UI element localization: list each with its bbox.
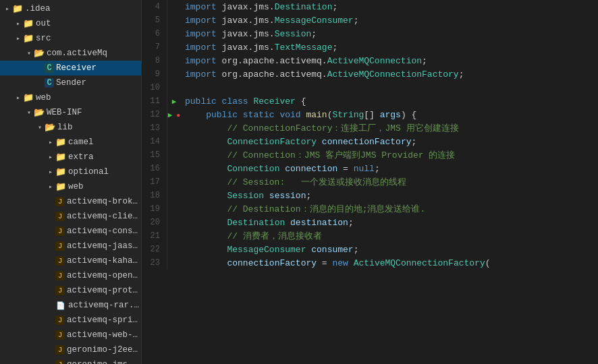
code-content: public class Receiver { <box>181 94 598 108</box>
code-content: Session session; <box>181 189 598 202</box>
sidebar-item-src[interactable]: ▸📁src <box>0 31 141 46</box>
sidebar-item-idea[interactable]: ▸📁.idea <box>0 1 141 16</box>
sidebar-item-extra[interactable]: ▸📁extra <box>0 150 141 164</box>
code-line: 13 // ConnectionFactory：连接工厂，JMS 用它创建连接 <box>142 121 598 135</box>
sidebar-item-Receiver[interactable]: CReceiver <box>0 61 141 75</box>
item-label: src <box>36 34 51 43</box>
sidebar-item-geronimo-j2ee[interactable]: Jgeronimo-j2ee-m <box>0 342 141 357</box>
sidebar-item-activemq-spring[interactable]: Jactivemq-spring- <box>0 313 141 328</box>
jar-icon: J <box>55 271 65 280</box>
code-content: Destination destination; <box>181 216 598 229</box>
no-arrow <box>46 360 55 364</box>
sidebar-item-activemq-jaas[interactable]: Jactivemq-jaas-5.1 <box>0 239 141 253</box>
code-token <box>185 218 227 228</box>
folder-icon: 📁 <box>55 152 66 162</box>
code-token: // Destination：消息的目的地;消息发送给谁. <box>185 204 425 214</box>
code-line: 20 Destination destination; <box>142 216 598 229</box>
code-token: ; <box>311 29 317 39</box>
item-label: geronimo-jms-1. <box>67 360 141 364</box>
folder-icon: 📁 <box>23 92 34 103</box>
line-gutter: ▶ <box>167 94 181 108</box>
code-token: ; <box>422 56 427 66</box>
sidebar-item-activemq-kahadb[interactable]: Jactivemq-kahadb <box>0 253 141 268</box>
line-number: 11 <box>142 94 167 108</box>
code-token: javax.jms. <box>222 16 275 26</box>
sidebar-item-geronimo-jms[interactable]: Jgeronimo-jms-1. <box>0 357 141 364</box>
item-label: extra <box>68 152 94 162</box>
code-token: ; <box>306 191 311 201</box>
code-token: import <box>185 29 222 39</box>
sidebar-item-web2[interactable]: ▸📁web <box>0 179 141 194</box>
sidebar-item-com-activemq[interactable]: ▾📂com.activeMq <box>0 46 141 61</box>
sidebar-item-web[interactable]: ▸📁web <box>0 90 141 105</box>
sidebar-item-activemq-rar[interactable]: 📄activemq-rar.txt <box>0 298 141 313</box>
folder-arrow: ▸ <box>13 93 23 102</box>
code-token: Destination <box>275 2 333 12</box>
jar-icon: J <box>55 360 65 364</box>
line-gutter <box>167 148 181 162</box>
folder-arrow: ▸ <box>46 182 55 191</box>
folder-arrow: ▸ <box>46 138 55 147</box>
line-gutter <box>167 175 181 189</box>
line-gutter <box>167 135 181 148</box>
line-gutter <box>167 81 181 94</box>
code-line: 17 // Session: 一个发送或接收消息的线程 <box>142 175 598 189</box>
item-label: activemq-protob <box>67 286 141 295</box>
code-token: javax.jms. <box>222 29 275 39</box>
code-token: ; <box>332 42 337 53</box>
code-token: ActiveMQConnectionFactory <box>327 69 459 80</box>
sidebar-item-lib[interactable]: ▾📂lib <box>0 120 141 135</box>
sidebar-item-camel[interactable]: ▸📁camel <box>0 135 141 150</box>
no-arrow <box>46 301 55 310</box>
java-icon: C <box>45 78 54 88</box>
line-number: 10 <box>142 81 167 94</box>
code-line: 6import javax.jms.Session; <box>142 27 598 40</box>
code-line: 18 Session session; <box>142 189 598 202</box>
folder-icon: 📁 <box>23 18 34 29</box>
code-content: public static void main(String[] args) { <box>181 108 598 121</box>
code-content: import javax.jms.MessageConsumer; <box>181 13 598 27</box>
line-gutter <box>167 13 181 27</box>
item-label: activemq-console- <box>67 226 141 236</box>
code-token: Receiver <box>253 96 300 107</box>
sidebar-item-activemq-web[interactable]: Jactivemq-web-5.1 <box>0 328 141 342</box>
sidebar-item-activemq-client[interactable]: Jactivemq-client-5 <box>0 209 141 224</box>
code-token: javax.jms. <box>222 42 275 53</box>
line-number: 23 <box>142 256 167 270</box>
sidebar-item-activemq-broker[interactable]: Jactivemq-broker- <box>0 194 141 209</box>
sidebar-item-activemq-proto[interactable]: Jactivemq-protob <box>0 283 141 298</box>
sidebar-item-activemq-openwi[interactable]: Jactivemq-openwi <box>0 268 141 283</box>
item-label: web <box>68 182 84 191</box>
code-token: public <box>206 110 243 120</box>
folder-icon: 📁 <box>55 166 66 177</box>
item-label: activemq-kahadb <box>67 256 141 266</box>
line-number: 5 <box>142 13 167 27</box>
sidebar-item-Sender[interactable]: CSender <box>0 75 141 90</box>
run-arrow-icon[interactable]: ▶ <box>172 98 177 106</box>
code-token <box>185 137 227 147</box>
code-line: 16 Connection connection = null; <box>142 162 598 175</box>
folder-arrow: ▾ <box>24 108 34 117</box>
code-token: new <box>332 258 353 268</box>
line-number: 9 <box>142 67 167 81</box>
folder-arrow: ▾ <box>35 123 45 132</box>
sidebar-item-out[interactable]: ▸📁out <box>0 16 141 31</box>
code-content: ConnectionFactory connectionFactory; <box>181 135 598 148</box>
jar-icon: J <box>55 256 65 266</box>
sidebar-item-optional[interactable]: ▸📁optional <box>0 164 141 179</box>
no-arrow <box>46 256 55 266</box>
sidebar-item-WEB-INF[interactable]: ▾📂WEB-INF <box>0 105 141 120</box>
line-number: 21 <box>142 229 167 243</box>
sidebar-item-activemq-console[interactable]: Jactivemq-console- <box>0 224 141 239</box>
line-gutter <box>167 256 181 270</box>
file-tree: ▸📁.idea▸📁out▸📁src▾📂com.activeMq CReceive… <box>0 0 142 364</box>
jar-icon: J <box>55 345 65 355</box>
code-token: ( <box>485 258 491 268</box>
line-gutter <box>167 0 181 13</box>
code-token: { <box>301 96 306 107</box>
code-content: // Session: 一个发送或接收消息的线程 <box>181 175 598 189</box>
folder-arrow: ▸ <box>46 152 55 162</box>
code-token: ; <box>354 16 359 26</box>
jar-icon: J <box>55 241 65 251</box>
line-number: 4 <box>142 0 167 13</box>
